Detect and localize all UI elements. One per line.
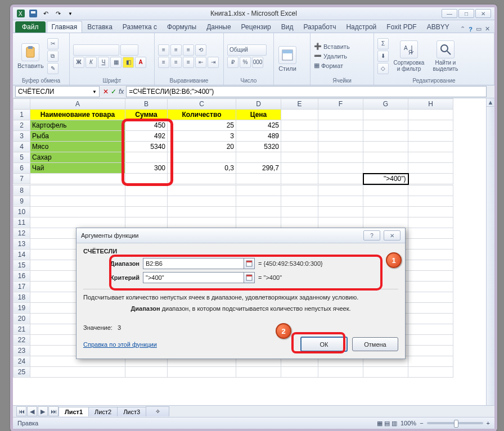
cell[interactable] xyxy=(30,206,125,217)
cell[interactable] xyxy=(236,206,281,217)
cell[interactable] xyxy=(281,366,318,377)
function-help-link[interactable]: Справка по этой функции xyxy=(83,341,157,348)
col-header[interactable]: H xyxy=(408,99,453,110)
cell[interactable]: 489 xyxy=(236,131,281,142)
row-header[interactable]: 23 xyxy=(14,345,30,356)
indent-dec-icon[interactable]: ⇤ xyxy=(195,57,206,68)
criteria-collapse-icon[interactable] xyxy=(244,272,255,283)
cell[interactable] xyxy=(318,196,363,206)
window-restore-icon[interactable]: ▭ xyxy=(476,25,482,33)
cell[interactable] xyxy=(281,174,318,184)
cell[interactable] xyxy=(168,217,236,228)
bold-button[interactable]: Ж xyxy=(73,57,84,68)
col-header[interactable]: G xyxy=(363,99,408,110)
cell[interactable] xyxy=(281,217,318,228)
cell[interactable] xyxy=(363,366,408,377)
tab-pagelayout[interactable]: Разметка с xyxy=(118,21,162,33)
cell[interactable] xyxy=(236,196,281,206)
row-header[interactable]: 21 xyxy=(14,324,30,334)
tab-addins[interactable]: Надстрой xyxy=(341,21,381,33)
arg-criteria-input[interactable]: ">400" xyxy=(143,272,244,283)
cell[interactable] xyxy=(125,206,168,217)
cell[interactable] xyxy=(318,120,363,131)
cell[interactable] xyxy=(318,174,363,184)
undo-icon[interactable]: ↶ xyxy=(41,9,50,18)
vertical-scrollbar[interactable]: ▲ xyxy=(486,98,494,405)
sheet-nav-last-icon[interactable]: ⏭ xyxy=(48,406,58,416)
maximize-button[interactable]: □ xyxy=(458,9,474,18)
cell[interactable]: Количество xyxy=(168,110,236,120)
align-left-icon[interactable]: ≡ xyxy=(158,57,169,68)
cell[interactable] xyxy=(363,110,408,120)
cell[interactable] xyxy=(363,152,408,163)
cell[interactable] xyxy=(318,217,363,228)
row-header[interactable]: 1 xyxy=(14,110,30,120)
align-bottom-icon[interactable]: ≡ xyxy=(183,44,194,56)
cell[interactable] xyxy=(408,196,453,206)
row-header[interactable]: 6 xyxy=(14,163,30,174)
save-icon[interactable] xyxy=(29,9,38,18)
col-header[interactable]: B xyxy=(125,99,168,110)
cell[interactable]: 5340 xyxy=(125,142,168,152)
cell[interactable]: Рыба xyxy=(30,131,125,142)
paste-button[interactable]: Вставить xyxy=(16,43,45,69)
minimize-button[interactable]: — xyxy=(442,9,457,18)
clear-icon[interactable]: ◇ xyxy=(377,63,389,74)
cell[interactable] xyxy=(125,196,168,206)
row-header[interactable]: 10 xyxy=(14,206,30,217)
cell[interactable]: 20 xyxy=(168,142,236,152)
cell[interactable] xyxy=(408,238,453,249)
cell[interactable] xyxy=(363,120,408,131)
tab-review[interactable]: Рецензир xyxy=(236,21,276,33)
cell[interactable] xyxy=(408,174,453,184)
ribbon-minimize-icon[interactable]: ⌃ xyxy=(460,25,465,33)
cell[interactable] xyxy=(408,324,453,334)
cell[interactable] xyxy=(363,185,408,196)
row-header[interactable]: 22 xyxy=(14,334,30,345)
row-header[interactable]: 25 xyxy=(14,366,30,377)
cell[interactable] xyxy=(168,206,236,217)
row-header[interactable]: 2 xyxy=(14,120,30,131)
cell[interactable] xyxy=(168,185,236,196)
new-sheet-button[interactable]: ✧ xyxy=(146,406,169,416)
row-header[interactable]: 11 xyxy=(14,217,30,228)
row-header[interactable]: 13 xyxy=(14,238,30,249)
cell[interactable] xyxy=(408,120,453,131)
cut-icon[interactable]: ✂ xyxy=(47,38,58,49)
cell[interactable] xyxy=(236,152,281,163)
cell[interactable] xyxy=(318,110,363,120)
tab-developer[interactable]: Разработч xyxy=(298,21,341,33)
cell[interactable] xyxy=(281,131,318,142)
cell[interactable] xyxy=(408,228,453,238)
cells-insert-button[interactable]: ➕Вставить xyxy=(314,43,350,50)
cell[interactable] xyxy=(363,217,408,228)
align-top-icon[interactable]: ≡ xyxy=(158,44,169,56)
cancel-formula-icon[interactable]: ✕ xyxy=(103,88,109,96)
cell[interactable] xyxy=(408,206,453,217)
row-header[interactable]: 17 xyxy=(14,281,30,292)
cell[interactable] xyxy=(408,185,453,196)
align-right-icon[interactable]: ≡ xyxy=(183,57,194,68)
row-header[interactable]: 19 xyxy=(14,302,30,313)
comma-icon[interactable]: 000 xyxy=(252,57,263,68)
row-header[interactable]: 18 xyxy=(14,292,30,302)
cell[interactable] xyxy=(318,142,363,152)
cell[interactable] xyxy=(168,174,236,184)
cell[interactable] xyxy=(408,152,453,163)
cell[interactable] xyxy=(318,206,363,217)
indent-inc-icon[interactable]: ⇥ xyxy=(208,57,219,68)
sheet-nav-next-icon[interactable]: ▶ xyxy=(38,406,48,416)
tab-formulas[interactable]: Формулы xyxy=(162,21,201,33)
view-normal-icon[interactable]: ▦ xyxy=(377,420,382,427)
sheet-nav-first-icon[interactable]: ⏮ xyxy=(16,406,26,416)
cell[interactable] xyxy=(236,366,281,377)
font-family-dropdown[interactable] xyxy=(73,44,119,56)
cell[interactable]: 299,7 xyxy=(236,163,281,174)
cell[interactable] xyxy=(408,345,453,356)
cell[interactable]: 450 xyxy=(125,120,168,131)
cell[interactable]: 425 xyxy=(236,120,281,131)
cell[interactable] xyxy=(125,152,168,163)
cell[interactable]: Сахар xyxy=(30,152,125,163)
cell[interactable] xyxy=(408,356,453,366)
font-color-button[interactable]: A xyxy=(135,57,146,68)
